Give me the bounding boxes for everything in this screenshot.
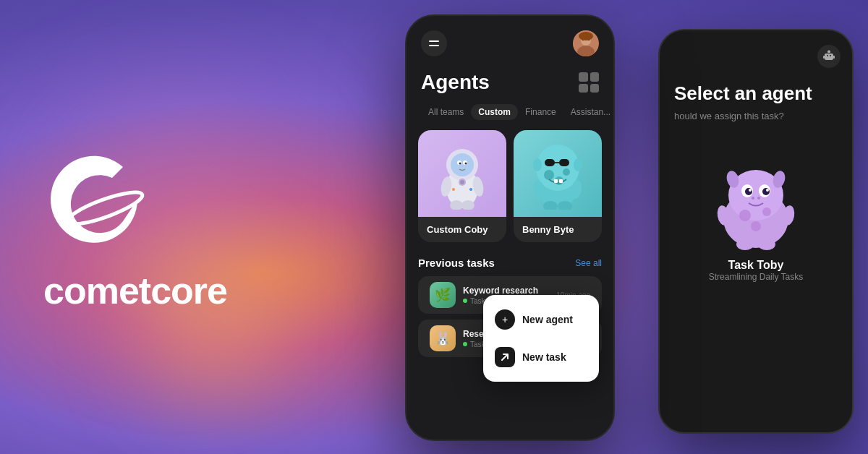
agent-card-coby[interactable]: Custom Coby xyxy=(418,130,506,242)
svg-rect-2 xyxy=(827,55,828,56)
tab-finance[interactable]: Finance xyxy=(518,104,563,120)
svg-rect-57 xyxy=(559,179,563,183)
svg-point-38 xyxy=(459,163,461,165)
svg-point-35 xyxy=(451,153,474,176)
tab-custom[interactable]: Custom xyxy=(471,104,518,120)
task-reserve-icon: 🐰 xyxy=(430,325,456,351)
assign-subtitle: hould we assign this task? xyxy=(660,111,852,136)
logo-icon xyxy=(43,142,159,257)
task-keyword-icon: 🌿 xyxy=(430,282,456,308)
benny-label: Benny Byte xyxy=(514,217,602,242)
svg-point-13 xyxy=(762,188,770,195)
grid-cell-2 xyxy=(590,72,600,82)
new-task-label: New task xyxy=(522,351,566,363)
svg-point-22 xyxy=(751,221,761,231)
task-keyword-name: Keyword research xyxy=(463,286,549,296)
svg-point-17 xyxy=(757,197,760,200)
tabs-row: All teams Custom Finance Assistan... xyxy=(407,104,613,130)
task-toby-desc: Streamlining Daily Tasks xyxy=(709,272,804,282)
grid-cell-3 xyxy=(579,84,588,93)
grid-view-icon[interactable] xyxy=(579,72,599,93)
menu-line-2 xyxy=(429,45,439,46)
svg-point-14 xyxy=(749,189,752,192)
task-toby-image xyxy=(705,150,807,252)
new-task-icon xyxy=(495,347,515,367)
svg-rect-1 xyxy=(825,53,833,60)
new-agent-label: New agent xyxy=(522,314,573,325)
svg-rect-56 xyxy=(554,179,558,183)
svg-rect-50 xyxy=(545,159,555,166)
new-task-arrow-icon xyxy=(500,352,510,362)
coby-label: Custom Coby xyxy=(418,217,506,242)
agents-title-row: Agents xyxy=(407,64,613,104)
svg-point-16 xyxy=(752,197,754,200)
svg-rect-3 xyxy=(830,55,831,56)
phone-back: Select an agent hould we assign this tas… xyxy=(658,29,854,434)
svg-point-53 xyxy=(544,170,554,180)
avatar-image xyxy=(573,30,599,56)
task-toby-name: Task Toby xyxy=(728,259,784,272)
back-phone-icon xyxy=(817,45,841,68)
agents-grid: Custom Coby xyxy=(407,130,613,254)
svg-point-20 xyxy=(739,210,751,221)
phones-area: Select an agent hould we assign this tas… xyxy=(362,0,868,454)
previous-tasks-header: Previous tasks See all xyxy=(407,254,613,276)
svg-rect-51 xyxy=(559,159,569,166)
svg-point-15 xyxy=(766,189,769,192)
new-agent-icon: + xyxy=(495,309,515,330)
popup-new-agent[interactable]: + New agent xyxy=(483,301,599,338)
svg-point-12 xyxy=(745,188,752,195)
brand-name: cometcore xyxy=(43,269,227,312)
benny-image xyxy=(514,130,602,217)
robot-icon xyxy=(822,50,835,63)
svg-point-21 xyxy=(762,207,771,216)
agent-card-benny[interactable]: Benny Byte xyxy=(514,130,602,242)
svg-point-26 xyxy=(758,239,775,250)
back-phone-header xyxy=(660,30,852,75)
svg-point-46 xyxy=(452,188,455,191)
status-dot-2 xyxy=(463,342,467,346)
svg-point-59 xyxy=(574,158,582,171)
phone-front: Agents All teams Custom Finance Assistan… xyxy=(405,14,615,441)
svg-point-39 xyxy=(465,163,467,165)
grid-cell-1 xyxy=(579,72,588,82)
user-avatar[interactable] xyxy=(573,30,599,56)
logo-section: cometcore xyxy=(43,142,227,312)
tab-assistant[interactable]: Assistan... xyxy=(563,104,613,120)
popup-menu: + New agent New task xyxy=(483,295,599,382)
svg-point-54 xyxy=(563,168,570,176)
tab-all-teams[interactable]: All teams xyxy=(421,104,471,120)
phone-header xyxy=(407,16,613,64)
svg-rect-6 xyxy=(823,56,825,59)
agents-title: Agents xyxy=(421,71,490,94)
svg-point-32 xyxy=(579,32,593,40)
grid-cell-4 xyxy=(590,84,600,93)
coby-image xyxy=(418,130,506,217)
popup-new-task[interactable]: New task xyxy=(483,338,599,376)
status-dot-1 xyxy=(463,299,467,303)
svg-point-47 xyxy=(469,188,472,191)
task-toby-section: Task Toby Streamlining Daily Tasks xyxy=(660,136,852,296)
svg-rect-7 xyxy=(833,56,835,59)
see-all-link[interactable]: See all xyxy=(575,258,602,268)
menu-button[interactable] xyxy=(421,30,447,56)
svg-point-45 xyxy=(460,180,464,184)
svg-rect-5 xyxy=(829,50,830,51)
select-agent-title: Select an agent xyxy=(660,75,852,111)
menu-line-1 xyxy=(429,40,439,42)
svg-point-25 xyxy=(736,239,754,250)
svg-point-58 xyxy=(533,158,542,171)
previous-tasks-title: Previous tasks xyxy=(418,257,495,269)
